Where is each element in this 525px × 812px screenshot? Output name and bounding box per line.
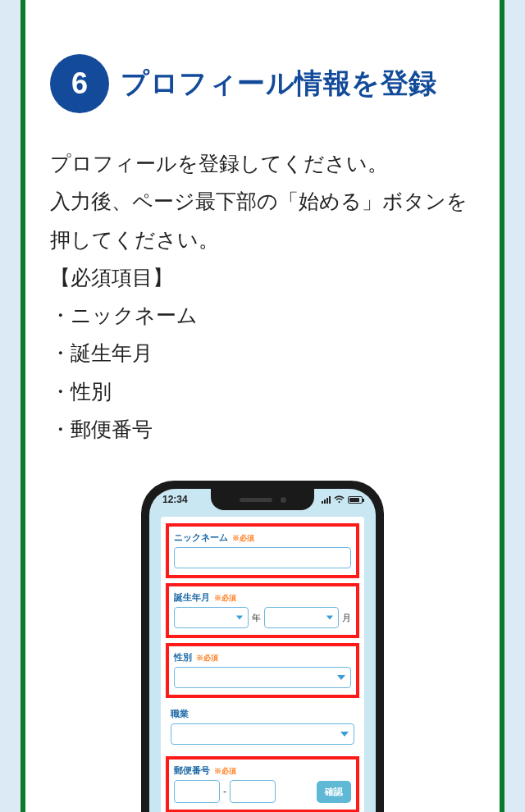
- birth-month-select[interactable]: [264, 607, 339, 628]
- status-right: [322, 495, 363, 504]
- step-title: プロフィール情報を登録: [121, 65, 437, 103]
- gender-select[interactable]: [174, 667, 351, 688]
- required-mark: ※必須: [196, 653, 218, 664]
- required-item: ・誕生年月: [50, 334, 475, 372]
- camera-dot-icon: [281, 497, 286, 503]
- month-unit: 月: [342, 612, 351, 624]
- status-time: 12:34: [162, 494, 188, 505]
- chevron-down-icon: [337, 675, 345, 680]
- phone-mockup-wrap: 12:34 ニックネーム: [50, 481, 475, 812]
- occupation-select[interactable]: [171, 723, 354, 745]
- required-mark: ※必須: [214, 593, 236, 604]
- chevron-down-icon: [236, 616, 243, 620]
- field-gender: 性別 ※必須: [166, 643, 359, 698]
- field-postal: 郵便番号 ※必須 - 確認: [166, 756, 359, 812]
- battery-icon: [348, 496, 363, 504]
- required-heading: 【必須項目】: [50, 258, 475, 296]
- body-line: 入力後、ページ最下部の「始める」ボタンを押してください。: [50, 182, 475, 258]
- field-occupation: 職業: [166, 703, 359, 751]
- chevron-down-icon: [340, 732, 349, 737]
- step-number-badge: 6: [50, 54, 109, 113]
- postal-input-2[interactable]: [230, 780, 276, 803]
- birth-year-select[interactable]: [174, 607, 249, 628]
- nickname-label: ニックネーム: [174, 531, 228, 544]
- year-unit: 年: [252, 612, 261, 624]
- postal-dash: -: [223, 786, 226, 797]
- field-nickname: ニックネーム ※必須: [166, 523, 359, 578]
- field-birth: 誕生年月 ※必須 年 月: [166, 583, 359, 638]
- chevron-down-icon: [326, 616, 333, 620]
- required-mark: ※必須: [232, 533, 254, 544]
- occupation-label: 職業: [171, 708, 189, 720]
- required-item: ・性別: [50, 372, 475, 410]
- postal-input-1[interactable]: [174, 780, 220, 803]
- instruction-body: プロフィールを登録してください。 入力後、ページ最下部の「始める」ボタンを押して…: [50, 144, 475, 448]
- postal-label: 郵便番号: [174, 764, 210, 777]
- phone-notch: [211, 489, 314, 510]
- profile-form: ニックネーム ※必須 誕生年月 ※必須 年: [161, 517, 364, 812]
- wifi-icon: [334, 495, 345, 504]
- step-heading: 6 プロフィール情報を登録: [50, 54, 475, 113]
- required-item: ・ニックネーム: [50, 296, 475, 334]
- postal-confirm-button[interactable]: 確認: [317, 781, 351, 803]
- phone-frame: 12:34 ニックネーム: [141, 481, 384, 812]
- instruction-card: 6 プロフィール情報を登録 プロフィールを登録してください。 入力後、ページ最下…: [21, 0, 504, 812]
- body-line: プロフィールを登録してください。: [50, 144, 475, 182]
- required-mark: ※必須: [214, 766, 236, 777]
- step-number: 6: [71, 66, 88, 101]
- phone-screen: 12:34 ニックネーム: [149, 489, 376, 812]
- nickname-input[interactable]: [174, 547, 351, 568]
- birth-label: 誕生年月: [174, 591, 210, 604]
- speaker-icon: [240, 498, 272, 502]
- signal-icon: [322, 496, 331, 504]
- required-item: ・郵便番号: [50, 410, 475, 448]
- gender-label: 性別: [174, 651, 192, 664]
